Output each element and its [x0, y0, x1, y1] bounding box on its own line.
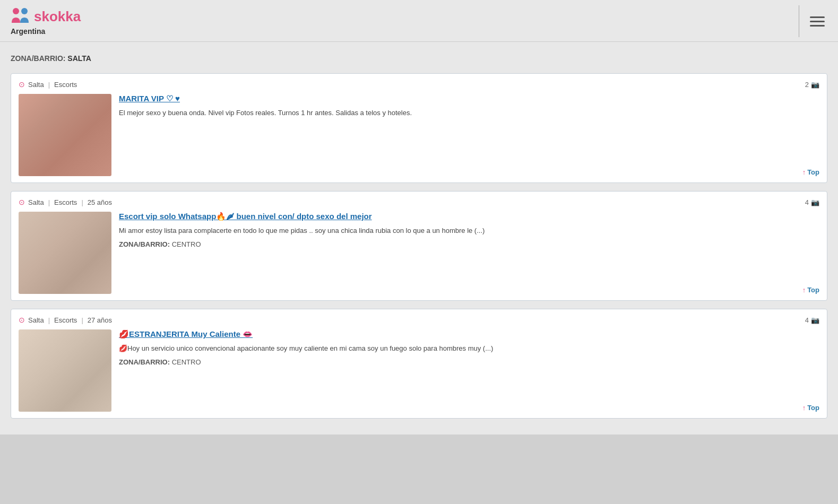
location-icon: ⊙ — [19, 316, 25, 324]
card-content: MARITA VIP ♡ ♥ El mejor sexo y buena ond… — [119, 94, 819, 176]
header-right — [799, 5, 827, 37]
zone-value: SALTA — [67, 54, 91, 63]
svg-point-0 — [13, 8, 19, 14]
hamburger-menu[interactable] — [807, 14, 827, 29]
card-zone: ZONA/BARRIO: CENTRO — [119, 358, 819, 366]
country-label: Argentina — [11, 27, 81, 36]
listings-container: ⊙ Salta | Escorts 2 📷 MARITA VIP ♡ ♥ El … — [11, 73, 827, 419]
meta-sep: | — [81, 198, 83, 206]
listing-location: Salta — [28, 316, 44, 324]
header-divider — [799, 5, 799, 37]
card-image — [19, 329, 111, 412]
header: skokka Argentina — [0, 0, 838, 42]
card-header: ⊙ Salta | Escorts 2 📷 — [19, 80, 819, 89]
hamburger-line-2 — [810, 21, 825, 22]
zone-label-text: ZONA/BARRIO: — [119, 240, 170, 248]
hamburger-line-1 — [810, 16, 825, 18]
header-left: skokka Argentina — [11, 7, 81, 36]
card-image — [19, 212, 111, 294]
main-content: ZONA/BARRIO: SALTA ⊙ Salta | Escorts 2 📷… — [0, 42, 838, 435]
card-content: 💋ESTRANJERITA Muy Caliente 👄 💋Hoy un ser… — [119, 329, 819, 412]
card-content: Escort vip solo Whatsapp🔥🌶 buen nivel co… — [119, 212, 819, 294]
card-meta: ⊙ Salta | Escorts |27 años — [19, 316, 112, 324]
zone-label-text: ZONA/BARRIO: — [119, 358, 170, 366]
svg-point-1 — [21, 8, 28, 14]
listing-location: Salta — [28, 81, 44, 89]
top-arrow-icon: ↑ — [802, 168, 806, 176]
listing-card: ⊙ Salta | Escorts |25 años 4 📷 Escort vi… — [11, 191, 827, 301]
listing-title[interactable]: MARITA VIP ♡ ♥ — [119, 94, 819, 103]
top-arrow-icon: ↑ — [802, 404, 806, 412]
logo-icon-pair — [11, 7, 32, 26]
photo-count: 2 📷 — [805, 81, 819, 89]
photo-number: 2 — [805, 81, 809, 89]
photo-number: 4 — [805, 198, 809, 206]
top-button[interactable]: ↑ Top — [802, 168, 819, 176]
zone-label: ZONA/BARRIO: — [11, 54, 65, 63]
card-image-bg — [19, 329, 111, 412]
card-image-bg — [19, 94, 111, 176]
listing-location: Salta — [28, 198, 44, 206]
hamburger-line-3 — [810, 25, 825, 27]
meta-sep: | — [48, 81, 50, 89]
top-label: Top — [807, 168, 819, 176]
listing-age: 27 años — [88, 316, 112, 324]
listing-category: Escorts — [54, 316, 77, 324]
listing-title[interactable]: Escort vip solo Whatsapp🔥🌶 buen nivel co… — [119, 212, 819, 221]
top-button[interactable]: ↑ Top — [802, 404, 819, 412]
card-image-bg — [19, 212, 111, 294]
listing-category: Escorts — [54, 198, 77, 206]
listing-card: ⊙ Salta | Escorts 2 📷 MARITA VIP ♡ ♥ El … — [11, 73, 827, 183]
meta-sep: | — [81, 316, 83, 324]
card-meta: ⊙ Salta | Escorts — [19, 80, 77, 89]
logo-icons: skokka — [11, 7, 81, 26]
listing-card: ⊙ Salta | Escorts |27 años 4 📷 💋ESTRANJE… — [11, 309, 827, 419]
zone-header: ZONA/BARRIO: SALTA — [11, 50, 827, 67]
listing-age: 25 años — [88, 198, 112, 206]
zone-value-text: CENTRO — [172, 358, 201, 366]
card-header: ⊙ Salta | Escorts |27 años 4 📷 — [19, 316, 819, 324]
card-zone: ZONA/BARRIO: CENTRO — [119, 240, 819, 248]
photo-count: 4 📷 — [805, 316, 819, 324]
listing-title[interactable]: 💋ESTRANJERITA Muy Caliente 👄 — [119, 329, 819, 339]
photo-number: 4 — [805, 316, 809, 324]
top-label: Top — [807, 404, 819, 412]
logo-row: skokka — [11, 7, 81, 26]
logo-text: skokka — [34, 8, 81, 25]
location-icon: ⊙ — [19, 198, 25, 206]
meta-sep: | — [48, 198, 50, 206]
camera-icon: 📷 — [811, 198, 819, 206]
listing-description: 💋Hoy un servicio unico convencional apac… — [119, 343, 819, 354]
card-image — [19, 94, 111, 176]
card-meta: ⊙ Salta | Escorts |25 años — [19, 198, 112, 206]
top-arrow-icon: ↑ — [802, 286, 806, 294]
card-body: Escort vip solo Whatsapp🔥🌶 buen nivel co… — [19, 212, 819, 294]
listing-category: Escorts — [54, 81, 77, 89]
listing-description: El mejor sexo y buena onda. Nivel vip Fo… — [119, 108, 819, 118]
meta-sep: | — [48, 316, 50, 324]
card-body: MARITA VIP ♡ ♥ El mejor sexo y buena ond… — [19, 94, 819, 176]
listing-description: Mi amor estoy lista para complacerte en … — [119, 225, 819, 236]
card-body: 💋ESTRANJERITA Muy Caliente 👄 💋Hoy un ser… — [19, 329, 819, 412]
location-icon: ⊙ — [19, 80, 25, 89]
camera-icon: 📷 — [811, 81, 819, 89]
top-button[interactable]: ↑ Top — [802, 286, 819, 294]
zone-value-text: CENTRO — [172, 240, 201, 248]
photo-count: 4 📷 — [805, 198, 819, 206]
top-label: Top — [807, 286, 819, 294]
card-header: ⊙ Salta | Escorts |25 años 4 📷 — [19, 198, 819, 206]
camera-icon: 📷 — [811, 316, 819, 324]
